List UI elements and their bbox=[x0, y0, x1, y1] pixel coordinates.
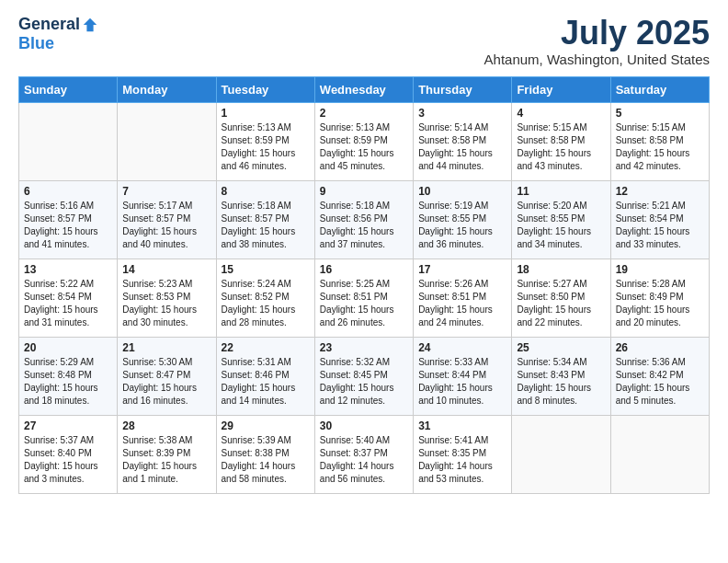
calendar-cell: 16Sunrise: 5:25 AMSunset: 8:51 PMDayligh… bbox=[314, 259, 413, 337]
day-info: Sunrise: 5:40 AMSunset: 8:37 PMDaylight:… bbox=[320, 435, 394, 484]
calendar-week-1: 1Sunrise: 5:13 AMSunset: 8:59 PMDaylight… bbox=[19, 102, 710, 180]
calendar-cell: 30Sunrise: 5:40 AMSunset: 8:37 PMDayligh… bbox=[314, 415, 413, 493]
calendar-cell: 11Sunrise: 5:20 AMSunset: 8:55 PMDayligh… bbox=[512, 180, 610, 259]
day-info: Sunrise: 5:17 AMSunset: 8:57 PMDaylight:… bbox=[122, 201, 197, 249]
day-info: Sunrise: 5:31 AMSunset: 8:46 PMDaylight:… bbox=[222, 357, 296, 406]
calendar-cell: 10Sunrise: 5:19 AMSunset: 8:55 PMDayligh… bbox=[414, 180, 512, 259]
day-number: 19 bbox=[616, 263, 704, 276]
day-info: Sunrise: 5:19 AMSunset: 8:55 PMDaylight:… bbox=[418, 201, 493, 249]
day-info: Sunrise: 5:38 AMSunset: 8:39 PMDaylight:… bbox=[122, 435, 197, 484]
calendar-cell: 3Sunrise: 5:14 AMSunset: 8:58 PMDaylight… bbox=[414, 102, 512, 180]
subtitle: Ahtanum, Washington, United States bbox=[484, 52, 710, 67]
day-info: Sunrise: 5:18 AMSunset: 8:56 PMDaylight:… bbox=[320, 201, 394, 249]
day-info: Sunrise: 5:14 AMSunset: 8:58 PMDaylight:… bbox=[418, 122, 493, 171]
calendar-cell: 13Sunrise: 5:22 AMSunset: 8:54 PMDayligh… bbox=[19, 259, 118, 337]
day-number: 11 bbox=[517, 185, 605, 198]
calendar-week-4: 20Sunrise: 5:29 AMSunset: 8:48 PMDayligh… bbox=[19, 337, 710, 415]
calendar-week-5: 27Sunrise: 5:37 AMSunset: 8:40 PMDayligh… bbox=[19, 415, 710, 493]
day-number: 30 bbox=[320, 419, 408, 432]
day-number: 29 bbox=[222, 419, 310, 432]
day-number: 14 bbox=[122, 263, 210, 276]
main-title: July 2025 bbox=[484, 15, 710, 52]
calendar-cell: 29Sunrise: 5:39 AMSunset: 8:38 PMDayligh… bbox=[216, 415, 314, 493]
day-number: 31 bbox=[418, 419, 506, 432]
title-section: July 2025 Ahtanum, Washington, United St… bbox=[484, 15, 710, 67]
calendar-cell: 2Sunrise: 5:13 AMSunset: 8:59 PMDaylight… bbox=[314, 102, 413, 180]
day-number: 10 bbox=[418, 185, 506, 198]
calendar-cell: 15Sunrise: 5:24 AMSunset: 8:52 PMDayligh… bbox=[216, 259, 314, 337]
calendar-cell: 5Sunrise: 5:15 AMSunset: 8:58 PMDaylight… bbox=[610, 102, 709, 180]
page-container: General Blue July 2025 Ahtanum, Washingt… bbox=[0, 0, 728, 509]
day-info: Sunrise: 5:16 AMSunset: 8:57 PMDaylight:… bbox=[24, 201, 98, 249]
day-number: 1 bbox=[222, 107, 310, 120]
day-number: 3 bbox=[418, 107, 506, 120]
day-info: Sunrise: 5:26 AMSunset: 8:51 PMDaylight:… bbox=[418, 279, 493, 327]
calendar-cell: 9Sunrise: 5:18 AMSunset: 8:56 PMDaylight… bbox=[314, 180, 413, 259]
calendar-cell: 17Sunrise: 5:26 AMSunset: 8:51 PMDayligh… bbox=[414, 259, 512, 337]
day-info: Sunrise: 5:13 AMSunset: 8:59 PMDaylight:… bbox=[222, 122, 296, 171]
day-info: Sunrise: 5:25 AMSunset: 8:51 PMDaylight:… bbox=[320, 279, 394, 327]
day-number: 9 bbox=[320, 185, 408, 198]
day-number: 26 bbox=[616, 341, 704, 354]
logo: General Blue bbox=[18, 15, 98, 53]
calendar-cell: 7Sunrise: 5:17 AMSunset: 8:57 PMDaylight… bbox=[118, 180, 216, 259]
day-number: 13 bbox=[24, 263, 112, 276]
calendar-cell bbox=[118, 102, 216, 180]
calendar-cell bbox=[19, 102, 118, 180]
day-info: Sunrise: 5:37 AMSunset: 8:40 PMDaylight:… bbox=[24, 435, 98, 484]
day-number: 25 bbox=[517, 341, 605, 354]
day-info: Sunrise: 5:32 AMSunset: 8:45 PMDaylight:… bbox=[320, 357, 394, 406]
weekday-header-friday: Friday bbox=[512, 76, 610, 102]
logo-icon bbox=[82, 17, 98, 33]
calendar-cell: 21Sunrise: 5:30 AMSunset: 8:47 PMDayligh… bbox=[118, 337, 216, 415]
svg-marker-0 bbox=[84, 17, 97, 30]
day-info: Sunrise: 5:21 AMSunset: 8:54 PMDaylight:… bbox=[616, 201, 690, 249]
day-info: Sunrise: 5:33 AMSunset: 8:44 PMDaylight:… bbox=[418, 357, 493, 406]
day-info: Sunrise: 5:24 AMSunset: 8:52 PMDaylight:… bbox=[222, 279, 296, 327]
day-number: 8 bbox=[222, 185, 310, 198]
day-info: Sunrise: 5:13 AMSunset: 8:59 PMDaylight:… bbox=[320, 122, 394, 171]
day-number: 15 bbox=[222, 263, 310, 276]
day-number: 6 bbox=[24, 185, 112, 198]
calendar-cell: 19Sunrise: 5:28 AMSunset: 8:49 PMDayligh… bbox=[610, 259, 709, 337]
calendar-cell: 24Sunrise: 5:33 AMSunset: 8:44 PMDayligh… bbox=[414, 337, 512, 415]
calendar-cell: 12Sunrise: 5:21 AMSunset: 8:54 PMDayligh… bbox=[610, 180, 709, 259]
calendar-cell: 22Sunrise: 5:31 AMSunset: 8:46 PMDayligh… bbox=[216, 337, 314, 415]
day-number: 27 bbox=[24, 419, 112, 432]
day-info: Sunrise: 5:28 AMSunset: 8:49 PMDaylight:… bbox=[616, 279, 690, 327]
day-number: 12 bbox=[616, 185, 704, 198]
day-info: Sunrise: 5:30 AMSunset: 8:47 PMDaylight:… bbox=[122, 357, 197, 406]
weekday-header-monday: Monday bbox=[118, 76, 216, 102]
calendar-cell bbox=[610, 415, 709, 493]
day-number: 18 bbox=[517, 263, 605, 276]
calendar-cell: 27Sunrise: 5:37 AMSunset: 8:40 PMDayligh… bbox=[19, 415, 118, 493]
calendar-cell: 4Sunrise: 5:15 AMSunset: 8:58 PMDaylight… bbox=[512, 102, 610, 180]
weekday-header-row: SundayMondayTuesdayWednesdayThursdayFrid… bbox=[19, 76, 710, 102]
weekday-header-wednesday: Wednesday bbox=[314, 76, 413, 102]
calendar-cell: 8Sunrise: 5:18 AMSunset: 8:57 PMDaylight… bbox=[216, 180, 314, 259]
calendar-cell: 28Sunrise: 5:38 AMSunset: 8:39 PMDayligh… bbox=[118, 415, 216, 493]
day-info: Sunrise: 5:39 AMSunset: 8:38 PMDaylight:… bbox=[222, 435, 296, 484]
logo-general-text: General bbox=[18, 15, 80, 34]
logo-blue-text: Blue bbox=[18, 34, 54, 53]
day-info: Sunrise: 5:27 AMSunset: 8:50 PMDaylight:… bbox=[517, 279, 591, 327]
day-number: 28 bbox=[122, 419, 210, 432]
calendar-cell: 14Sunrise: 5:23 AMSunset: 8:53 PMDayligh… bbox=[118, 259, 216, 337]
day-info: Sunrise: 5:34 AMSunset: 8:43 PMDaylight:… bbox=[517, 357, 591, 406]
day-number: 20 bbox=[24, 341, 112, 354]
day-number: 22 bbox=[222, 341, 310, 354]
calendar-week-3: 13Sunrise: 5:22 AMSunset: 8:54 PMDayligh… bbox=[19, 259, 710, 337]
day-number: 17 bbox=[418, 263, 506, 276]
day-number: 23 bbox=[320, 341, 408, 354]
day-info: Sunrise: 5:29 AMSunset: 8:48 PMDaylight:… bbox=[24, 357, 98, 406]
calendar-cell: 26Sunrise: 5:36 AMSunset: 8:42 PMDayligh… bbox=[610, 337, 709, 415]
day-number: 16 bbox=[320, 263, 408, 276]
day-info: Sunrise: 5:22 AMSunset: 8:54 PMDaylight:… bbox=[24, 279, 98, 327]
weekday-header-thursday: Thursday bbox=[414, 76, 512, 102]
calendar-cell: 1Sunrise: 5:13 AMSunset: 8:59 PMDaylight… bbox=[216, 102, 314, 180]
day-info: Sunrise: 5:15 AMSunset: 8:58 PMDaylight:… bbox=[616, 122, 690, 171]
calendar-cell: 18Sunrise: 5:27 AMSunset: 8:50 PMDayligh… bbox=[512, 259, 610, 337]
day-info: Sunrise: 5:15 AMSunset: 8:58 PMDaylight:… bbox=[517, 122, 591, 171]
day-info: Sunrise: 5:23 AMSunset: 8:53 PMDaylight:… bbox=[122, 279, 197, 327]
calendar-cell: 23Sunrise: 5:32 AMSunset: 8:45 PMDayligh… bbox=[314, 337, 413, 415]
